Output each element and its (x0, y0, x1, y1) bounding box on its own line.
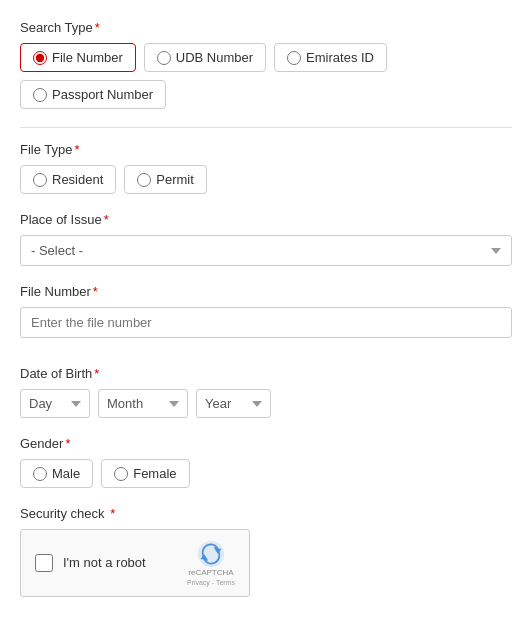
file-number-text: File Number (20, 284, 91, 299)
file-number-label: File Number* (20, 284, 512, 299)
captcha-right: reCAPTCHA Privacy - Terms (187, 540, 235, 586)
recaptcha-logo-icon (197, 540, 225, 568)
date-of-birth-text: Date of Birth (20, 366, 92, 381)
divider-1 (20, 127, 512, 128)
radio-passport-number[interactable]: Passport Number (20, 80, 166, 109)
captcha-left: I'm not a robot (35, 554, 146, 572)
captcha-checkbox[interactable] (35, 554, 53, 572)
security-check-section: Security check * I'm not a robot reCAPTC… (20, 506, 512, 597)
search-type-label: Search Type* (20, 20, 512, 35)
gender-required: * (65, 436, 70, 451)
place-of-issue-required: * (104, 212, 109, 227)
place-of-issue-label: Place of Issue* (20, 212, 512, 227)
search-type-text: Search Type (20, 20, 93, 35)
security-check-text: Security check (20, 506, 105, 521)
search-type-section: Search Type* File Number UDB Number Emir… (20, 20, 512, 109)
date-of-birth-required: * (94, 366, 99, 381)
radio-male-input[interactable] (33, 467, 47, 481)
radio-female[interactable]: Female (101, 459, 189, 488)
date-of-birth-section: Date of Birth* Day Month Year (20, 366, 512, 418)
radio-permit[interactable]: Permit (124, 165, 207, 194)
dob-year-select[interactable]: Year (196, 389, 271, 418)
radio-emirates-id-input[interactable] (287, 51, 301, 65)
date-of-birth-label: Date of Birth* (20, 366, 512, 381)
place-of-issue-select[interactable]: - Select - (20, 235, 512, 266)
search-type-required: * (95, 20, 100, 35)
gender-section: Gender* Male Female (20, 436, 512, 488)
place-of-issue-text: Place of Issue (20, 212, 102, 227)
radio-udb-number[interactable]: UDB Number (144, 43, 266, 72)
radio-file-number-label: File Number (52, 50, 123, 65)
radio-resident-input[interactable] (33, 173, 47, 187)
radio-female-label: Female (133, 466, 176, 481)
file-type-section: File Type* Resident Permit (20, 142, 512, 194)
security-check-label: Security check * (20, 506, 512, 521)
place-of-issue-section: Place of Issue* - Select - (20, 212, 512, 266)
radio-male[interactable]: Male (20, 459, 93, 488)
file-type-label: File Type* (20, 142, 512, 157)
radio-permit-input[interactable] (137, 173, 151, 187)
captcha-label: I'm not a robot (63, 555, 146, 570)
dob-day-select[interactable]: Day (20, 389, 90, 418)
security-check-required: * (107, 506, 116, 521)
radio-passport-number-label: Passport Number (52, 87, 153, 102)
radio-udb-number-input[interactable] (157, 51, 171, 65)
dob-month-select[interactable]: Month (98, 389, 188, 418)
file-type-required: * (75, 142, 80, 157)
radio-file-number[interactable]: File Number (20, 43, 136, 72)
radio-passport-number-input[interactable] (33, 88, 47, 102)
radio-emirates-id[interactable]: Emirates ID (274, 43, 387, 72)
radio-emirates-id-label: Emirates ID (306, 50, 374, 65)
radio-udb-number-label: UDB Number (176, 50, 253, 65)
radio-resident[interactable]: Resident (20, 165, 116, 194)
search-type-options: File Number UDB Number Emirates ID Passp… (20, 43, 512, 109)
radio-resident-label: Resident (52, 172, 103, 187)
radio-file-number-input[interactable] (33, 51, 47, 65)
file-type-options: Resident Permit (20, 165, 512, 194)
radio-male-label: Male (52, 466, 80, 481)
radio-female-input[interactable] (114, 467, 128, 481)
file-number-required: * (93, 284, 98, 299)
gender-label: Gender* (20, 436, 512, 451)
radio-permit-label: Permit (156, 172, 194, 187)
file-number-section: File Number* (20, 284, 512, 338)
file-number-input[interactable] (20, 307, 512, 338)
gender-text: Gender (20, 436, 63, 451)
dob-group: Day Month Year (20, 389, 512, 418)
captcha-box: I'm not a robot reCAPTCHA Privacy - Term… (20, 529, 250, 597)
file-type-text: File Type (20, 142, 73, 157)
gender-options: Male Female (20, 459, 512, 488)
recaptcha-brand-text: reCAPTCHA (188, 568, 233, 578)
recaptcha-links-text: Privacy - Terms (187, 579, 235, 586)
